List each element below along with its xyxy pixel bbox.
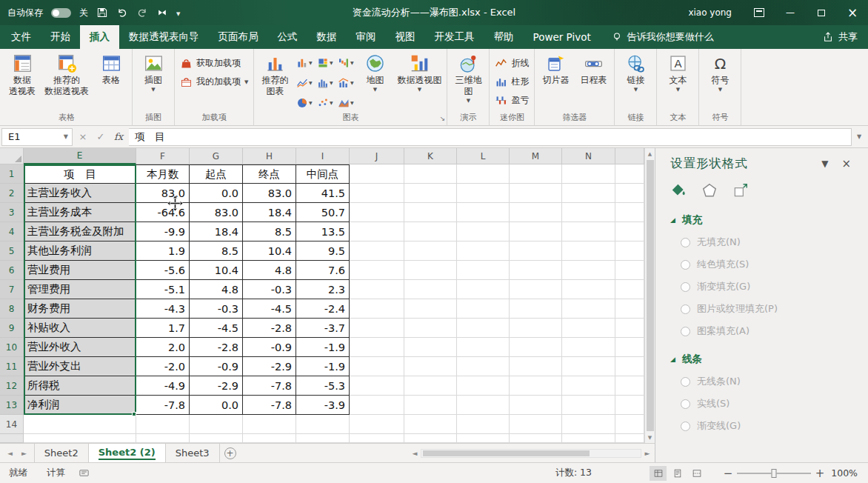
cell[interactable]	[562, 261, 615, 280]
ribbon-button[interactable]: 表格	[93, 51, 130, 86]
zoom-in-icon[interactable]: +	[813, 467, 827, 480]
cell[interactable]: 主营业务成本	[24, 203, 136, 222]
ribbon-tab[interactable]: 文件	[1, 25, 41, 49]
cell[interactable]: -5.6	[136, 261, 190, 280]
cell[interactable]	[562, 396, 615, 415]
radio-option[interactable]: 图片或纹理填充(P)	[681, 302, 858, 316]
cell[interactable]	[615, 242, 644, 261]
cell[interactable]	[562, 357, 615, 376]
cell[interactable]	[350, 261, 404, 280]
cell[interactable]: -7.8	[243, 396, 296, 415]
cell[interactable]	[404, 280, 457, 299]
cell[interactable]: 18.4	[190, 222, 243, 242]
cell[interactable]	[404, 203, 457, 222]
cell[interactable]	[615, 261, 644, 280]
ribbon-button[interactable]: 三维地图▼	[450, 51, 487, 104]
confirm-entry-icon[interactable]: ✓	[92, 131, 110, 142]
cell[interactable]: -2.9	[190, 376, 243, 396]
ribbon-button[interactable]: 折线	[492, 55, 532, 72]
cell[interactable]	[615, 164, 644, 184]
ribbon-tab[interactable]: 插入	[80, 25, 119, 49]
zoom-thumb[interactable]	[772, 469, 777, 478]
section-header[interactable]: ◢填充	[670, 213, 858, 227]
scroll-right-icon[interactable]: ►	[641, 450, 653, 457]
ribbon-button[interactable]: 数据透视表	[4, 51, 41, 97]
column-header[interactable]: M	[510, 148, 562, 164]
cell[interactable]: -4.5	[243, 299, 296, 319]
ribbon-button[interactable]: 推荐的数据透视表	[41, 51, 92, 97]
zoom-level[interactable]: 100%	[827, 467, 868, 479]
cell[interactable]	[615, 319, 644, 338]
zoom-out-icon[interactable]: −	[721, 467, 735, 480]
row-header[interactable]: 12	[0, 376, 24, 396]
cell[interactable]: 41.5	[296, 184, 350, 203]
add-sheet-button[interactable]: +	[220, 444, 241, 462]
cell[interactable]	[510, 338, 562, 357]
cell[interactable]	[404, 319, 457, 338]
cell[interactable]	[457, 338, 510, 357]
cell[interactable]	[243, 434, 296, 443]
select-all-corner[interactable]	[0, 148, 24, 164]
cell[interactable]	[615, 434, 644, 443]
cell[interactable]: 终点	[243, 164, 296, 184]
cell[interactable]	[136, 434, 190, 443]
cell[interactable]	[615, 184, 644, 203]
cell[interactable]: 8.5	[190, 242, 243, 261]
horizontal-scroll-thumb[interactable]	[423, 450, 590, 456]
scroll-down-icon[interactable]: ▼	[645, 432, 655, 443]
name-box-caret-icon[interactable]: ▼	[64, 133, 72, 140]
cell[interactable]	[457, 164, 510, 184]
ribbon-button[interactable]: 链接▼	[617, 51, 654, 93]
cell[interactable]	[510, 164, 562, 184]
column-header[interactable]: G	[190, 148, 243, 164]
ribbon-tab[interactable]: 开发工具	[425, 25, 484, 49]
cell[interactable]: -4.9	[136, 376, 190, 396]
cell[interactable]	[562, 415, 615, 434]
cell[interactable]: 10.4	[243, 242, 296, 261]
cell[interactable]	[457, 415, 510, 434]
cell[interactable]: 4.8	[190, 280, 243, 299]
scroll-up-icon[interactable]: ▲	[645, 148, 655, 159]
cell[interactable]	[510, 396, 562, 415]
cell[interactable]: 其他业务利润	[24, 242, 136, 261]
redo-icon[interactable]	[136, 7, 148, 19]
column-header[interactable]: F	[136, 148, 190, 164]
cell[interactable]: 主营业务收入	[24, 184, 136, 203]
cell[interactable]: 2.3	[296, 280, 350, 299]
ribbon-button[interactable]: 插图▼	[135, 51, 172, 93]
undo-icon[interactable]	[116, 7, 128, 19]
row-header[interactable]: 10	[0, 338, 24, 357]
cell[interactable]	[457, 319, 510, 338]
radio-option[interactable]: 渐变线(G)	[681, 419, 858, 433]
cell[interactable]	[510, 280, 562, 299]
cell[interactable]	[404, 164, 457, 184]
cell[interactable]: 9.5	[296, 242, 350, 261]
cell[interactable]	[350, 203, 404, 222]
cell[interactable]	[562, 184, 615, 203]
cell[interactable]	[615, 338, 644, 357]
size-properties-icon[interactable]	[732, 182, 749, 199]
chart-type-button[interactable]: ▼	[335, 53, 355, 73]
cell[interactable]: 营业费用	[24, 261, 136, 280]
cell[interactable]: -0.9	[243, 338, 296, 357]
maximize-button[interactable]	[806, 0, 837, 25]
row-header[interactable]: 6	[0, 261, 24, 280]
cell[interactable]: 4.8	[243, 261, 296, 280]
cell[interactable]	[615, 222, 644, 242]
pane-close-icon[interactable]: ×	[835, 157, 858, 170]
cell[interactable]	[404, 222, 457, 242]
row-header[interactable]: 13	[0, 396, 24, 415]
ribbon-button[interactable]: A文本▼	[659, 51, 696, 93]
row-header[interactable]: 1	[0, 164, 24, 184]
cell[interactable]	[350, 280, 404, 299]
cell[interactable]: 补贴收入	[24, 319, 136, 338]
cell[interactable]	[510, 376, 562, 396]
sheet-nav-right-icon[interactable]: ►	[21, 450, 27, 457]
cell[interactable]	[562, 242, 615, 261]
autosave-toggle[interactable]	[51, 8, 71, 18]
ribbon-tab[interactable]: 视图	[386, 25, 425, 49]
cell[interactable]: -0.9	[190, 357, 243, 376]
cell[interactable]	[510, 434, 562, 443]
cell[interactable]	[457, 357, 510, 376]
cell[interactable]	[350, 319, 404, 338]
